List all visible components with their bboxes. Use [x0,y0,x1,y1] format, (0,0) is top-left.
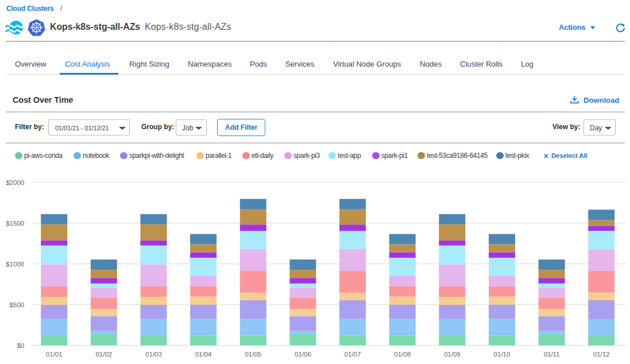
svg-text:01/01: 01/01 [46,351,63,358]
svg-text:$0: $0 [17,342,24,349]
svg-text:01/07: 01/07 [345,351,361,358]
svg-text:01/03: 01/03 [145,351,162,358]
svg-text:01/05: 01/05 [245,351,261,358]
svg-text:01/12: 01/12 [593,351,610,358]
svg-text:$2000: $2000 [6,179,24,186]
svg-text:01/11: 01/11 [544,351,560,358]
svg-text:01/10: 01/10 [494,351,511,358]
svg-text:01/06: 01/06 [295,351,311,358]
svg-text:$1500: $1500 [6,220,24,227]
svg-text:01/02: 01/02 [95,351,112,358]
svg-text:$1000: $1000 [6,261,24,268]
svg-text:01/09: 01/09 [444,351,461,358]
svg-text:01/08: 01/08 [394,351,411,358]
svg-text:01/04: 01/04 [195,351,212,358]
svg-text:$500: $500 [10,301,25,308]
